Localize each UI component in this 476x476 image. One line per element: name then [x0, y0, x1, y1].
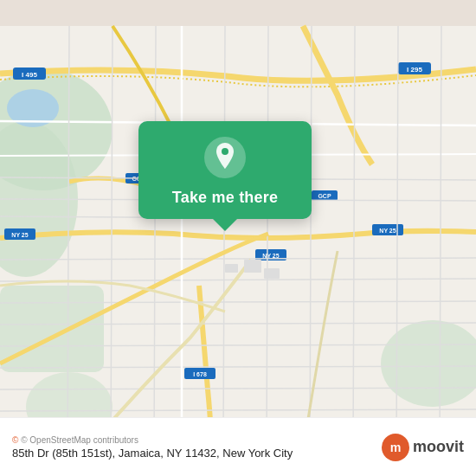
- svg-rect-47: [244, 260, 261, 273]
- svg-text:I 295: I 295: [407, 66, 422, 74]
- svg-text:I 678: I 678: [193, 371, 207, 377]
- address-text: 85th Dr (85th 151st), Jamaica, NY 11432,…: [12, 447, 293, 460]
- take-me-card[interactable]: Take me there: [138, 121, 312, 219]
- svg-text:I 495: I 495: [22, 71, 37, 79]
- location-icon-wrap: [204, 137, 246, 178]
- svg-text:GCP: GCP: [318, 193, 331, 199]
- map-container: I 495 I 295 NY 25 NY 25 NY 25 GCP GCP I …: [0, 0, 476, 476]
- location-pin-icon: [213, 143, 237, 172]
- svg-point-50: [222, 148, 228, 155]
- svg-text:NY 25: NY 25: [11, 232, 28, 238]
- moovit-text: moovit: [413, 438, 464, 456]
- bottom-bar: © © OpenStreetMap contributors 85th Dr (…: [0, 417, 476, 476]
- take-me-label: Take me there: [172, 189, 278, 207]
- svg-text:m: m: [390, 441, 402, 454]
- svg-text:NY 25: NY 25: [262, 253, 279, 259]
- svg-text:NY 25: NY 25: [379, 228, 396, 234]
- osm-copyright: © OpenStreetMap contributors: [21, 435, 138, 445]
- moovit-icon: m: [382, 434, 409, 461]
- svg-rect-3: [0, 286, 104, 372]
- bottom-left: © © OpenStreetMap contributors 85th Dr (…: [12, 435, 293, 460]
- svg-rect-48: [264, 268, 280, 279]
- svg-rect-49: [225, 264, 238, 273]
- moovit-logo[interactable]: m moovit: [382, 434, 464, 461]
- map-background: I 495 I 295 NY 25 NY 25 NY 25 GCP GCP I …: [0, 0, 476, 476]
- card-pointer: [213, 219, 237, 231]
- copyright-text: © © OpenStreetMap contributors: [12, 435, 293, 445]
- copyright-symbol: ©: [12, 435, 18, 445]
